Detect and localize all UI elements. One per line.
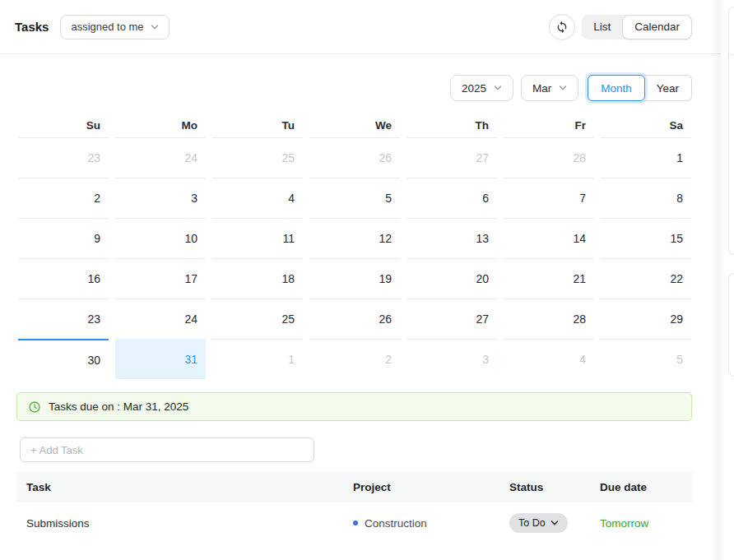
month-dropdown-value: Mar bbox=[532, 82, 551, 95]
topbar-actions: List Calendar bbox=[549, 14, 692, 40]
page-title: Tasks bbox=[15, 20, 49, 34]
task-name[interactable]: Submissions bbox=[16, 517, 343, 530]
calendar-day-cell[interactable]: 14 bbox=[504, 218, 594, 258]
calendar-day-cell[interactable]: 4 bbox=[212, 178, 303, 218]
calendar-day-cell-selected[interactable]: 31 bbox=[115, 339, 206, 379]
period-toggle: Month Year bbox=[588, 75, 692, 101]
calendar-day-cell[interactable]: 20 bbox=[406, 258, 497, 299]
calendar-day-cell[interactable]: 3 bbox=[115, 178, 206, 218]
calendar-day-cell[interactable]: 17 bbox=[115, 258, 206, 299]
weekday-label: Mo bbox=[115, 113, 206, 137]
calendar-day-cell[interactable]: 8 bbox=[601, 178, 691, 218]
calendar-day-cell[interactable]: 25 bbox=[212, 137, 303, 178]
refresh-icon bbox=[555, 21, 569, 34]
calendar-day-cell[interactable]: 23 bbox=[18, 299, 109, 339]
year-dropdown-value: 2025 bbox=[462, 82, 486, 95]
calendar-day-cell[interactable]: 27 bbox=[406, 137, 497, 178]
adjacent-panel-sliver bbox=[728, 7, 734, 255]
status-dropdown[interactable]: To Do bbox=[509, 513, 568, 533]
weekday-label: Th bbox=[406, 113, 497, 137]
calendar-day-cell[interactable]: 13 bbox=[406, 218, 497, 258]
calendar-day-cell[interactable]: 1 bbox=[601, 137, 691, 178]
column-header-task: Task bbox=[16, 481, 343, 493]
task-project: Construction bbox=[343, 517, 499, 530]
project-name: Construction bbox=[365, 517, 427, 530]
calendar-day-cell[interactable]: 29 bbox=[601, 299, 691, 339]
calendar-day-cell[interactable]: 22 bbox=[601, 258, 691, 299]
project-color-dot-icon bbox=[353, 521, 358, 525]
calendar-day-cell[interactable]: 26 bbox=[309, 299, 400, 339]
calendar-day-cell[interactable]: 24 bbox=[115, 299, 206, 339]
column-header-project: Project bbox=[343, 481, 499, 493]
calendar-day-cell[interactable]: 3 bbox=[406, 339, 497, 379]
list-view-button[interactable]: List bbox=[582, 15, 622, 39]
calendar-day-cell[interactable]: 23 bbox=[18, 137, 109, 178]
calendar-day-cell[interactable]: 19 bbox=[309, 258, 400, 299]
chevron-down-icon bbox=[550, 519, 559, 527]
adjacent-panel-sliver bbox=[728, 273, 734, 377]
chevron-down-icon bbox=[151, 23, 159, 31]
calendar-day-cell[interactable]: 11 bbox=[212, 218, 303, 258]
calendar-day-cell[interactable]: 10 bbox=[115, 218, 206, 258]
calendar-day-cell[interactable]: 4 bbox=[504, 339, 594, 379]
calendar-day-cell[interactable]: 18 bbox=[212, 258, 303, 299]
weekday-label: Sa bbox=[601, 113, 691, 137]
calendar-grid: SuMoTuWeThFrSa23242526272812345678910111… bbox=[18, 113, 698, 379]
calendar-day-cell[interactable]: 2 bbox=[18, 178, 109, 218]
calendar-day-cell[interactable]: 6 bbox=[406, 178, 497, 218]
refresh-button[interactable] bbox=[549, 14, 575, 40]
weekday-label: Tu bbox=[212, 113, 303, 137]
calendar-day-cell[interactable]: 26 bbox=[309, 137, 400, 178]
task-due-date: Tomorrow bbox=[590, 517, 692, 530]
assignee-filter-value: assigned to me bbox=[71, 21, 143, 33]
calendar-day-cell[interactable]: 5 bbox=[601, 339, 691, 379]
calendar-day-cell[interactable]: 7 bbox=[504, 178, 594, 218]
task-row[interactable]: SubmissionsConstructionTo DoTomorrow bbox=[16, 502, 692, 544]
calendar-day-cell[interactable]: 9 bbox=[18, 218, 109, 258]
tasks-panel: Tasks assigned to me List Calendar 2025 … bbox=[0, 0, 721, 560]
calendar-view-button[interactable]: Calendar bbox=[622, 15, 692, 39]
calendar-day-cell[interactable]: 27 bbox=[406, 299, 497, 339]
clock-icon bbox=[28, 400, 41, 414]
calendar-day-cell[interactable]: 28 bbox=[504, 299, 594, 339]
calendar-day-cell[interactable]: 1 bbox=[212, 339, 303, 379]
assignee-filter-dropdown[interactable]: assigned to me bbox=[60, 15, 169, 39]
calendar-day-cell-today[interactable]: 30 bbox=[18, 339, 109, 379]
add-task-input[interactable] bbox=[20, 437, 314, 462]
calendar-day-cell[interactable]: 24 bbox=[115, 137, 206, 178]
month-view-button[interactable]: Month bbox=[588, 75, 645, 101]
weekday-label: Su bbox=[18, 113, 109, 137]
weekday-label: Fr bbox=[504, 113, 594, 137]
calendar-day-cell[interactable]: 21 bbox=[504, 258, 594, 299]
task-table: Task Project Status Due date Submissions… bbox=[16, 472, 692, 544]
chevron-down-icon bbox=[494, 84, 502, 92]
task-status-cell: To Do bbox=[499, 513, 590, 533]
task-table-header: Task Project Status Due date bbox=[16, 472, 692, 502]
calendar-controls: 2025 Mar Month Year bbox=[0, 75, 721, 101]
view-toggle: List Calendar bbox=[582, 15, 692, 39]
calendar-day-cell[interactable]: 25 bbox=[212, 299, 303, 339]
calendar-day-cell[interactable]: 5 bbox=[309, 178, 400, 218]
task-table-body: SubmissionsConstructionTo DoTomorrow bbox=[16, 502, 692, 544]
due-banner-text: Tasks due on : Mar 31, 2025 bbox=[49, 400, 188, 413]
calendar-day-cell[interactable]: 16 bbox=[18, 258, 109, 299]
status-value: To Do bbox=[518, 517, 546, 529]
calendar-day-cell[interactable]: 2 bbox=[309, 339, 400, 379]
calendar-day-cell[interactable]: 12 bbox=[309, 218, 400, 258]
weekday-label: We bbox=[309, 113, 400, 137]
year-dropdown[interactable]: 2025 bbox=[450, 75, 513, 101]
year-view-button[interactable]: Year bbox=[644, 75, 692, 101]
topbar: Tasks assigned to me List Calendar bbox=[0, 0, 721, 54]
calendar-day-cell[interactable]: 15 bbox=[601, 218, 691, 258]
chevron-down-icon bbox=[559, 84, 567, 92]
column-header-status: Status bbox=[499, 481, 590, 493]
due-tasks-banner: Tasks due on : Mar 31, 2025 bbox=[16, 392, 692, 421]
month-dropdown[interactable]: Mar bbox=[521, 75, 578, 101]
add-task-row bbox=[20, 437, 721, 462]
calendar-day-cell[interactable]: 28 bbox=[504, 137, 594, 178]
column-header-due-date: Due date bbox=[590, 481, 692, 493]
